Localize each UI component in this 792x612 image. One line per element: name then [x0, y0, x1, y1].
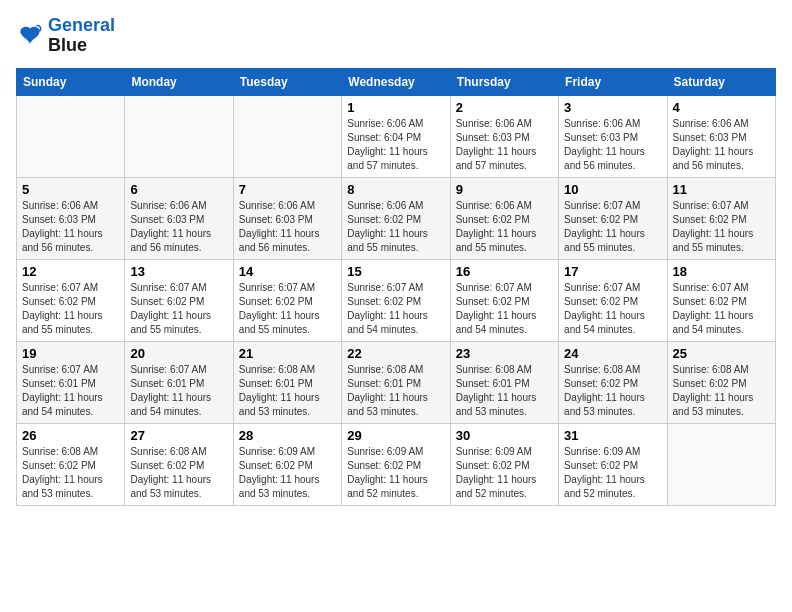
day-number: 9: [456, 182, 553, 197]
day-info: Sunrise: 6:06 AMSunset: 6:03 PMDaylight:…: [22, 199, 119, 255]
calendar-cell: 16Sunrise: 6:07 AMSunset: 6:02 PMDayligh…: [450, 259, 558, 341]
day-info: Sunrise: 6:07 AMSunset: 6:02 PMDaylight:…: [673, 281, 770, 337]
calendar-cell: 15Sunrise: 6:07 AMSunset: 6:02 PMDayligh…: [342, 259, 450, 341]
calendar-cell: [667, 423, 775, 505]
day-number: 30: [456, 428, 553, 443]
calendar-cell: 27Sunrise: 6:08 AMSunset: 6:02 PMDayligh…: [125, 423, 233, 505]
day-info: Sunrise: 6:06 AMSunset: 6:03 PMDaylight:…: [564, 117, 661, 173]
week-row-2: 5Sunrise: 6:06 AMSunset: 6:03 PMDaylight…: [17, 177, 776, 259]
day-info: Sunrise: 6:06 AMSunset: 6:02 PMDaylight:…: [456, 199, 553, 255]
day-number: 5: [22, 182, 119, 197]
calendar-cell: 6Sunrise: 6:06 AMSunset: 6:03 PMDaylight…: [125, 177, 233, 259]
header-friday: Friday: [559, 68, 667, 95]
calendar-cell: 2Sunrise: 6:06 AMSunset: 6:03 PMDaylight…: [450, 95, 558, 177]
calendar-cell: 11Sunrise: 6:07 AMSunset: 6:02 PMDayligh…: [667, 177, 775, 259]
week-row-4: 19Sunrise: 6:07 AMSunset: 6:01 PMDayligh…: [17, 341, 776, 423]
day-info: Sunrise: 6:08 AMSunset: 6:01 PMDaylight:…: [347, 363, 444, 419]
calendar-cell: 28Sunrise: 6:09 AMSunset: 6:02 PMDayligh…: [233, 423, 341, 505]
day-number: 4: [673, 100, 770, 115]
day-number: 26: [22, 428, 119, 443]
day-number: 11: [673, 182, 770, 197]
header-tuesday: Tuesday: [233, 68, 341, 95]
day-info: Sunrise: 6:07 AMSunset: 6:02 PMDaylight:…: [239, 281, 336, 337]
logo: GeneralBlue: [16, 16, 115, 56]
calendar-cell: 13Sunrise: 6:07 AMSunset: 6:02 PMDayligh…: [125, 259, 233, 341]
day-number: 6: [130, 182, 227, 197]
calendar-cell: 9Sunrise: 6:06 AMSunset: 6:02 PMDaylight…: [450, 177, 558, 259]
day-number: 1: [347, 100, 444, 115]
day-info: Sunrise: 6:07 AMSunset: 6:02 PMDaylight:…: [564, 281, 661, 337]
day-info: Sunrise: 6:09 AMSunset: 6:02 PMDaylight:…: [564, 445, 661, 501]
calendar-cell: 30Sunrise: 6:09 AMSunset: 6:02 PMDayligh…: [450, 423, 558, 505]
day-info: Sunrise: 6:07 AMSunset: 6:01 PMDaylight:…: [130, 363, 227, 419]
day-info: Sunrise: 6:07 AMSunset: 6:02 PMDaylight:…: [564, 199, 661, 255]
logo-icon: [16, 22, 44, 50]
day-info: Sunrise: 6:07 AMSunset: 6:02 PMDaylight:…: [130, 281, 227, 337]
day-number: 12: [22, 264, 119, 279]
week-row-5: 26Sunrise: 6:08 AMSunset: 6:02 PMDayligh…: [17, 423, 776, 505]
day-info: Sunrise: 6:09 AMSunset: 6:02 PMDaylight:…: [347, 445, 444, 501]
day-info: Sunrise: 6:09 AMSunset: 6:02 PMDaylight:…: [239, 445, 336, 501]
day-number: 31: [564, 428, 661, 443]
day-number: 27: [130, 428, 227, 443]
calendar-cell: 26Sunrise: 6:08 AMSunset: 6:02 PMDayligh…: [17, 423, 125, 505]
day-number: 13: [130, 264, 227, 279]
day-info: Sunrise: 6:07 AMSunset: 6:02 PMDaylight:…: [673, 199, 770, 255]
day-info: Sunrise: 6:08 AMSunset: 6:02 PMDaylight:…: [130, 445, 227, 501]
day-number: 18: [673, 264, 770, 279]
calendar-cell: [125, 95, 233, 177]
calendar-cell: [233, 95, 341, 177]
week-row-1: 1Sunrise: 6:06 AMSunset: 6:04 PMDaylight…: [17, 95, 776, 177]
page-header: GeneralBlue: [16, 16, 776, 56]
header-wednesday: Wednesday: [342, 68, 450, 95]
calendar-cell: 19Sunrise: 6:07 AMSunset: 6:01 PMDayligh…: [17, 341, 125, 423]
day-number: 28: [239, 428, 336, 443]
day-number: 8: [347, 182, 444, 197]
day-number: 29: [347, 428, 444, 443]
day-info: Sunrise: 6:08 AMSunset: 6:02 PMDaylight:…: [22, 445, 119, 501]
calendar-cell: 17Sunrise: 6:07 AMSunset: 6:02 PMDayligh…: [559, 259, 667, 341]
day-info: Sunrise: 6:06 AMSunset: 6:03 PMDaylight:…: [130, 199, 227, 255]
calendar-cell: 25Sunrise: 6:08 AMSunset: 6:02 PMDayligh…: [667, 341, 775, 423]
day-number: 7: [239, 182, 336, 197]
day-info: Sunrise: 6:06 AMSunset: 6:02 PMDaylight:…: [347, 199, 444, 255]
logo-text: GeneralBlue: [48, 16, 115, 56]
calendar-cell: [17, 95, 125, 177]
calendar-cell: 22Sunrise: 6:08 AMSunset: 6:01 PMDayligh…: [342, 341, 450, 423]
day-info: Sunrise: 6:06 AMSunset: 6:03 PMDaylight:…: [456, 117, 553, 173]
header-sunday: Sunday: [17, 68, 125, 95]
calendar-cell: 29Sunrise: 6:09 AMSunset: 6:02 PMDayligh…: [342, 423, 450, 505]
calendar-cell: 14Sunrise: 6:07 AMSunset: 6:02 PMDayligh…: [233, 259, 341, 341]
day-info: Sunrise: 6:07 AMSunset: 6:02 PMDaylight:…: [22, 281, 119, 337]
calendar-cell: 4Sunrise: 6:06 AMSunset: 6:03 PMDaylight…: [667, 95, 775, 177]
day-info: Sunrise: 6:07 AMSunset: 6:02 PMDaylight:…: [456, 281, 553, 337]
day-info: Sunrise: 6:06 AMSunset: 6:04 PMDaylight:…: [347, 117, 444, 173]
day-number: 14: [239, 264, 336, 279]
day-number: 23: [456, 346, 553, 361]
calendar-cell: 20Sunrise: 6:07 AMSunset: 6:01 PMDayligh…: [125, 341, 233, 423]
calendar-header-row: SundayMondayTuesdayWednesdayThursdayFrid…: [17, 68, 776, 95]
day-number: 3: [564, 100, 661, 115]
day-number: 15: [347, 264, 444, 279]
day-number: 22: [347, 346, 444, 361]
calendar-cell: 31Sunrise: 6:09 AMSunset: 6:02 PMDayligh…: [559, 423, 667, 505]
day-info: Sunrise: 6:08 AMSunset: 6:02 PMDaylight:…: [673, 363, 770, 419]
week-row-3: 12Sunrise: 6:07 AMSunset: 6:02 PMDayligh…: [17, 259, 776, 341]
calendar-cell: 3Sunrise: 6:06 AMSunset: 6:03 PMDaylight…: [559, 95, 667, 177]
day-info: Sunrise: 6:07 AMSunset: 6:01 PMDaylight:…: [22, 363, 119, 419]
calendar-table: SundayMondayTuesdayWednesdayThursdayFrid…: [16, 68, 776, 506]
day-number: 2: [456, 100, 553, 115]
calendar-cell: 7Sunrise: 6:06 AMSunset: 6:03 PMDaylight…: [233, 177, 341, 259]
day-info: Sunrise: 6:08 AMSunset: 6:01 PMDaylight:…: [239, 363, 336, 419]
calendar-cell: 24Sunrise: 6:08 AMSunset: 6:02 PMDayligh…: [559, 341, 667, 423]
day-number: 17: [564, 264, 661, 279]
header-thursday: Thursday: [450, 68, 558, 95]
calendar-cell: 12Sunrise: 6:07 AMSunset: 6:02 PMDayligh…: [17, 259, 125, 341]
calendar-cell: 23Sunrise: 6:08 AMSunset: 6:01 PMDayligh…: [450, 341, 558, 423]
day-info: Sunrise: 6:08 AMSunset: 6:01 PMDaylight:…: [456, 363, 553, 419]
day-number: 20: [130, 346, 227, 361]
day-number: 24: [564, 346, 661, 361]
calendar-cell: 10Sunrise: 6:07 AMSunset: 6:02 PMDayligh…: [559, 177, 667, 259]
header-saturday: Saturday: [667, 68, 775, 95]
calendar-cell: 1Sunrise: 6:06 AMSunset: 6:04 PMDaylight…: [342, 95, 450, 177]
